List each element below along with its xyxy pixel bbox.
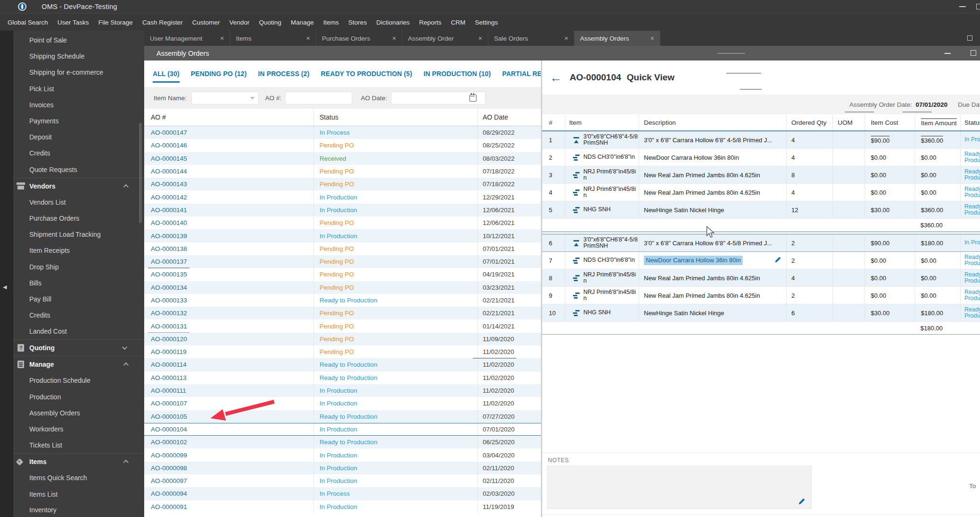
menu-item-user-tasks[interactable]: User Tasks bbox=[53, 19, 94, 26]
sidebar-scrollbar[interactable] bbox=[139, 123, 142, 223]
status-tab-ready-to-production-5[interactable]: READY TO PRODUCTION (5) bbox=[321, 70, 412, 83]
status-tab-all-30[interactable]: ALL (30) bbox=[153, 70, 180, 83]
menu-item-quoting[interactable]: Quoting bbox=[254, 19, 286, 26]
close-icon[interactable]: × bbox=[650, 34, 654, 42]
table-row[interactable]: AO-0000137Pending PO07/01/2021 bbox=[144, 255, 541, 268]
qv-column-header-status[interactable]: Status bbox=[960, 114, 980, 130]
table-row[interactable]: AO-0000144Pending PO07/18/2022 bbox=[144, 165, 541, 178]
sidebar-item-items-quick-search[interactable]: Items Quick Search bbox=[13, 470, 144, 486]
qv-item-row[interactable]: 2NDS CH3'0"in6'8"inNewDoor Carrara Hollo… bbox=[542, 149, 980, 166]
menu-item-items[interactable]: Items bbox=[319, 19, 344, 26]
ao-link[interactable]: AO-0000102 bbox=[151, 439, 187, 446]
sidebar-section-quoting[interactable]: Quoting bbox=[13, 339, 144, 356]
ao-link[interactable]: AO-0000134 bbox=[151, 284, 187, 291]
table-row[interactable]: AO-0000147In Process08/29/2022 bbox=[144, 126, 541, 139]
close-icon[interactable]: × bbox=[392, 34, 396, 42]
qv-column-header-item-amount[interactable]: Item Amount bbox=[915, 114, 960, 130]
sidebar-section-items[interactable]: Items bbox=[13, 453, 144, 470]
ao-link[interactable]: AO-0000137 bbox=[151, 258, 187, 265]
sidebar-item-quote-requests[interactable]: Quote Requests bbox=[13, 162, 144, 178]
tab-items[interactable]: Items× bbox=[230, 31, 316, 46]
ao-link[interactable]: AO-0000146 bbox=[151, 142, 187, 149]
table-row[interactable]: AO-0000105Ready to Production07/27/2020 bbox=[144, 410, 541, 423]
description-cell[interactable]: 3'0" x 6'8" Carrara Hollow 6'8" 4-5/8 Pr… bbox=[639, 234, 786, 251]
ao-date-input[interactable] bbox=[391, 92, 486, 104]
ao-link[interactable]: AO-0000107 bbox=[151, 400, 187, 407]
menu-item-global-search[interactable]: Global Search bbox=[3, 19, 53, 26]
sidebar-item-production-schedule[interactable]: Production Schedule bbox=[13, 372, 144, 388]
table-row[interactable]: AO-0000097In Production02/11/2020 bbox=[144, 474, 541, 487]
description-cell[interactable]: New Real Jam Primed Jambs 80in 4.625in bbox=[639, 269, 786, 286]
qv-column-header-uom[interactable]: UOM bbox=[833, 114, 865, 130]
ao-link[interactable]: AO-0000147 bbox=[151, 129, 187, 136]
table-row[interactable]: AO-0000099In Production03/04/2020 bbox=[144, 448, 541, 461]
menu-item-cash-register[interactable]: Cash Register bbox=[138, 19, 188, 26]
ao-link[interactable]: AO-0000111 bbox=[151, 387, 186, 394]
table-row[interactable]: AO-0000146Pending PO08/25/2022 bbox=[144, 139, 541, 152]
panel-minimize-icon[interactable] bbox=[945, 53, 951, 54]
table-row[interactable]: AO-0000131Pending PO01/14/2021 bbox=[144, 319, 541, 332]
sidebar-item-payments[interactable]: Payments bbox=[13, 113, 144, 129]
sidebar-item-bills[interactable]: Bills bbox=[13, 275, 144, 291]
sidebar-item-shipment-load-tracking[interactable]: Shipment Load Tracking bbox=[13, 226, 144, 242]
description-cell[interactable]: New Real Jam Primed Jambs 80in 4.625in bbox=[639, 184, 786, 201]
sidebar-item-vendors-list[interactable]: Vendors List bbox=[13, 194, 144, 210]
description-cell[interactable]: NewDoor Carrara Hollow 36in 80in bbox=[639, 252, 786, 269]
table-row[interactable]: AO-0000113Ready to Production11/02/2020 bbox=[144, 371, 541, 384]
sidebar-section-manage[interactable]: Manage bbox=[13, 356, 144, 372]
qv-item-row[interactable]: 4NRJ Prim6'8"in45/8inNew Real Jam Primed… bbox=[542, 184, 980, 201]
ao-link[interactable]: AO-0000099 bbox=[151, 452, 187, 459]
menu-item-stores[interactable]: Stores bbox=[344, 19, 372, 26]
tab-assembly-orders[interactable]: Assembly Orders× bbox=[574, 31, 660, 46]
sidebar-item-shipping-for-e-commerce[interactable]: Shipping for e-commerce bbox=[13, 64, 144, 80]
qv-column-header-[interactable]: # bbox=[542, 114, 565, 130]
status-tab-partial-received[interactable]: PARTIAL RECEIVED ( bbox=[502, 70, 541, 83]
close-icon[interactable]: × bbox=[564, 34, 568, 42]
collapse-sidebar-icon[interactable]: ◀ bbox=[3, 284, 7, 290]
ao-link[interactable]: AO-0000104 bbox=[151, 426, 187, 433]
ao-link[interactable]: AO-0000120 bbox=[151, 336, 187, 343]
sidebar-item-credits[interactable]: Credits bbox=[13, 145, 144, 161]
close-icon[interactable]: × bbox=[478, 34, 482, 42]
menu-item-vendor[interactable]: Vendor bbox=[225, 19, 254, 26]
status-tab-in-production-10[interactable]: IN PRODUCTION (10) bbox=[424, 70, 491, 83]
table-row[interactable]: AO-0000107In Production11/02/2020 bbox=[144, 397, 541, 410]
tab-assembly-order[interactable]: Assembly Order× bbox=[402, 31, 488, 46]
panel-maximize-icon[interactable] bbox=[971, 50, 976, 56]
table-row[interactable]: AO-0000091In Production11/19/2019 bbox=[144, 500, 541, 513]
table-row[interactable]: AO-0000134Pending PO03/23/2021 bbox=[144, 281, 541, 294]
ao-link[interactable]: AO-0000091 bbox=[151, 503, 187, 510]
sidebar-item-tickets-list[interactable]: Tickets List bbox=[13, 437, 144, 453]
table-row[interactable]: AO-0000135Pending PO04/19/2021 bbox=[144, 268, 541, 281]
qv-item-row[interactable]: 13'0"x6'8"CH6'8"4-5/8PrimSNH3'0" x 6'8" … bbox=[542, 131, 980, 149]
sidebar-item-assembly-orders[interactable]: Assembly Orders bbox=[13, 405, 144, 421]
ao-link[interactable]: AO-0000098 bbox=[151, 465, 187, 472]
table-row[interactable]: AO-0000140Pending PO12/06/2021 bbox=[144, 216, 541, 229]
sidebar-item-items-list[interactable]: Items List bbox=[13, 486, 144, 502]
sidebar-item-deposit[interactable]: Deposit bbox=[13, 129, 144, 145]
sidebar-item-item-receipts[interactable]: Item Receipts bbox=[13, 242, 144, 258]
qv-item-row[interactable]: 10NHG SNHNewHinge Satin Nickel Hinge6$30… bbox=[542, 304, 980, 322]
calendar-icon[interactable] bbox=[469, 95, 477, 102]
menu-item-file-storage[interactable]: File Storage bbox=[94, 19, 138, 26]
ao-link[interactable]: AO-0000097 bbox=[151, 477, 187, 484]
sidebar-item-landed-cost[interactable]: Landed Cost bbox=[13, 323, 144, 339]
ao-link[interactable]: AO-0000119 bbox=[151, 348, 187, 355]
sidebar-item-shipping-schedule[interactable]: Shipping Schedule bbox=[13, 48, 144, 64]
item-name-select[interactable] bbox=[191, 92, 259, 104]
ao-link[interactable]: AO-0000094 bbox=[151, 490, 187, 497]
ao-link[interactable]: AO-0000114 bbox=[151, 361, 187, 368]
close-icon[interactable]: × bbox=[306, 34, 310, 42]
splitter-handle[interactable] bbox=[718, 53, 745, 54]
description-cell[interactable]: NewHinge Satin Nickel Hinge bbox=[639, 201, 786, 218]
description-cell[interactable]: New Real Jam Primed Jambs 80in 4.625in bbox=[639, 166, 786, 183]
chevron-up-icon[interactable] bbox=[123, 460, 129, 465]
sidebar-item-invoices[interactable]: Invoices bbox=[13, 97, 144, 113]
table-row[interactable]: AO-0000098In Production02/11/2020 bbox=[144, 462, 541, 474]
ao-number-input[interactable] bbox=[285, 92, 352, 104]
qv-item-row[interactable]: 5NHG SNHNewHinge Satin Nickel Hinge12$30… bbox=[542, 201, 980, 219]
maximize-icon[interactable] bbox=[976, 4, 980, 9]
column-header-date[interactable]: AO Date bbox=[477, 109, 541, 126]
table-row[interactable]: AO-0000133Ready to Production02/21/2021 bbox=[144, 294, 541, 307]
qv-column-header-item[interactable]: Item bbox=[565, 114, 639, 130]
